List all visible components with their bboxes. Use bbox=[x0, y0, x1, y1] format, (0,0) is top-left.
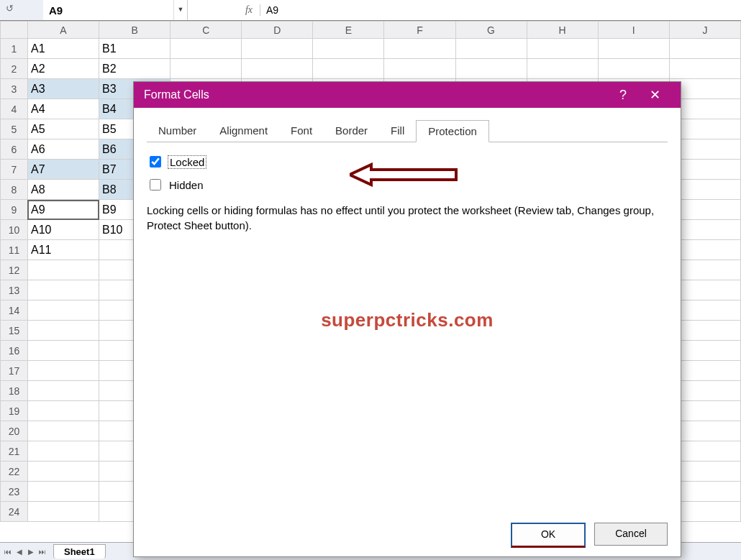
row-header[interactable]: 12 bbox=[1, 260, 28, 280]
cell[interactable]: A3 bbox=[27, 79, 99, 99]
tab-font[interactable]: Font bbox=[279, 120, 324, 142]
cell[interactable]: A9 bbox=[27, 200, 99, 220]
row-header[interactable]: 21 bbox=[1, 441, 28, 462]
row-header[interactable]: 17 bbox=[1, 361, 28, 381]
row-header[interactable]: 1 bbox=[1, 39, 28, 59]
cell[interactable] bbox=[171, 59, 242, 79]
cell[interactable] bbox=[27, 280, 99, 300]
cancel-button[interactable]: Cancel bbox=[594, 523, 668, 546]
name-box-dropdown-icon[interactable]: ▼ bbox=[173, 0, 187, 20]
column-header[interactable]: E bbox=[313, 22, 384, 39]
cell[interactable] bbox=[27, 341, 99, 361]
cell[interactable]: A4 bbox=[27, 99, 99, 119]
column-header[interactable]: F bbox=[384, 22, 455, 39]
cell[interactable] bbox=[455, 59, 527, 79]
name-box[interactable]: A9 ▼ bbox=[43, 0, 188, 20]
dialog-titlebar[interactable]: Format Cells ? ✕ bbox=[134, 82, 681, 108]
cell[interactable]: B2 bbox=[99, 59, 171, 79]
tab-fill[interactable]: Fill bbox=[379, 120, 416, 142]
tab-border[interactable]: Border bbox=[324, 120, 379, 142]
formula-input[interactable]: A9 bbox=[260, 4, 741, 16]
cell[interactable] bbox=[242, 59, 313, 79]
help-icon[interactable]: ? bbox=[607, 88, 639, 103]
cell[interactable] bbox=[669, 59, 740, 79]
sheet-nav-last-icon[interactable]: ⏭ bbox=[37, 548, 47, 556]
row-header[interactable]: 3 bbox=[1, 79, 28, 99]
sheet-nav-first-icon[interactable]: ⏮ bbox=[3, 548, 13, 556]
row-header[interactable]: 23 bbox=[1, 482, 28, 502]
tab-protection[interactable]: Protection bbox=[416, 120, 489, 142]
row-header[interactable]: 11 bbox=[1, 240, 28, 260]
row-header[interactable]: 16 bbox=[1, 341, 28, 361]
cell[interactable]: B1 bbox=[99, 39, 171, 59]
tab-alignment[interactable]: Alignment bbox=[208, 120, 279, 142]
column-header[interactable]: J bbox=[669, 22, 740, 39]
row-header[interactable]: 18 bbox=[1, 381, 28, 401]
row-header[interactable]: 22 bbox=[1, 462, 28, 482]
cell[interactable] bbox=[27, 361, 99, 381]
close-icon[interactable]: ✕ bbox=[639, 87, 670, 103]
column-header[interactable]: A bbox=[27, 22, 99, 39]
column-header[interactable]: G bbox=[455, 22, 527, 39]
cell[interactable] bbox=[27, 300, 99, 321]
cell[interactable] bbox=[313, 39, 384, 59]
row-header[interactable]: 19 bbox=[1, 401, 28, 421]
row-header[interactable]: 2 bbox=[1, 59, 28, 79]
column-header[interactable]: I bbox=[598, 22, 669, 39]
column-header[interactable]: B bbox=[99, 22, 171, 39]
cell[interactable] bbox=[27, 502, 99, 522]
row-header[interactable]: 4 bbox=[1, 99, 28, 119]
cell[interactable] bbox=[598, 39, 669, 59]
row-header[interactable]: 6 bbox=[1, 139, 28, 160]
cell[interactable] bbox=[27, 462, 99, 482]
row-header[interactable]: 24 bbox=[1, 502, 28, 522]
cell[interactable]: A6 bbox=[27, 139, 99, 160]
row-header[interactable]: 7 bbox=[1, 160, 28, 180]
cell[interactable] bbox=[527, 59, 598, 79]
column-header[interactable]: D bbox=[242, 22, 313, 39]
cell[interactable] bbox=[27, 260, 99, 280]
cell[interactable] bbox=[527, 39, 598, 59]
select-all-corner[interactable] bbox=[1, 22, 28, 39]
cell[interactable]: A7 bbox=[27, 160, 99, 180]
column-header[interactable]: H bbox=[527, 22, 598, 39]
cell[interactable] bbox=[455, 39, 527, 59]
cell[interactable] bbox=[384, 39, 455, 59]
row-header[interactable]: 5 bbox=[1, 119, 28, 139]
cell[interactable] bbox=[171, 39, 242, 59]
name-box-value[interactable]: A9 bbox=[43, 4, 173, 17]
cell[interactable] bbox=[384, 59, 455, 79]
row-header[interactable]: 20 bbox=[1, 421, 28, 441]
ok-button[interactable]: OK bbox=[511, 523, 586, 548]
cell[interactable] bbox=[27, 401, 99, 421]
locked-checkbox[interactable] bbox=[150, 156, 161, 167]
cell[interactable] bbox=[669, 39, 740, 59]
fx-icon[interactable]: fx bbox=[238, 4, 260, 16]
cell[interactable]: A2 bbox=[27, 59, 99, 79]
row-header[interactable]: 13 bbox=[1, 280, 28, 300]
tab-number[interactable]: Number bbox=[147, 120, 208, 142]
row-header[interactable]: 8 bbox=[1, 180, 28, 200]
cell[interactable] bbox=[313, 59, 384, 79]
cell[interactable] bbox=[598, 59, 669, 79]
cell[interactable]: A8 bbox=[27, 180, 99, 200]
cell[interactable] bbox=[27, 441, 99, 462]
cell[interactable] bbox=[27, 321, 99, 341]
cell[interactable] bbox=[27, 421, 99, 441]
column-header[interactable]: C bbox=[171, 22, 242, 39]
cell[interactable] bbox=[27, 381, 99, 401]
row-header[interactable]: 15 bbox=[1, 321, 28, 341]
sheet-tab[interactable]: Sheet1 bbox=[53, 544, 106, 559]
sheet-nav-next-icon[interactable]: ▶ bbox=[26, 548, 36, 556]
sheet-nav-prev-icon[interactable]: ◀ bbox=[14, 548, 24, 556]
cell[interactable]: A1 bbox=[27, 39, 99, 59]
row-header[interactable]: 9 bbox=[1, 200, 28, 220]
cell[interactable] bbox=[27, 482, 99, 502]
cell[interactable] bbox=[242, 39, 313, 59]
hidden-checkbox[interactable] bbox=[150, 179, 161, 191]
row-header[interactable]: 10 bbox=[1, 220, 28, 240]
row-header[interactable]: 14 bbox=[1, 300, 28, 321]
cell[interactable]: A11 bbox=[27, 240, 99, 260]
cell[interactable]: A5 bbox=[27, 119, 99, 139]
cell[interactable]: A10 bbox=[27, 220, 99, 240]
